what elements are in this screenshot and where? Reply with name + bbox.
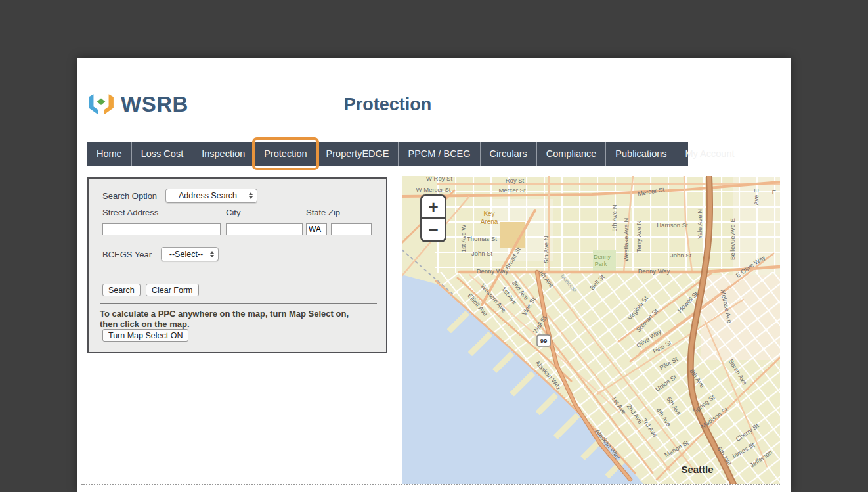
map-street-label: John St [471, 250, 493, 257]
nav-item-loss-cost[interactable]: Loss Cost [132, 142, 192, 166]
page-card: WSRB Protection HomeLoss CostInspectionP… [77, 58, 791, 492]
nav-item-label: Compliance [546, 148, 597, 159]
search-option-select[interactable]: Address Search [165, 189, 257, 203]
map-canvas: 99 W Roy StRoy StW Mercer StMercer StMer… [402, 176, 780, 484]
zoom-in-button[interactable]: + [422, 196, 445, 219]
street-address-label: Street Address [102, 208, 158, 217]
page-bottom-dotted-divider [81, 484, 780, 485]
map-street-label: W Roy St [426, 176, 452, 182]
map-street-label: John St [670, 252, 692, 259]
nav-item-inspection[interactable]: Inspection [192, 142, 255, 166]
nav-item-propertyedge[interactable]: PropertyEDGE [317, 142, 399, 166]
nav-item-ppcm-bceg[interactable]: PPCM / BCEG [399, 142, 480, 166]
nav-item-label: Loss Cost [141, 148, 183, 159]
nav-item-home[interactable]: Home [87, 142, 132, 166]
clear-form-button[interactable]: Clear Form [146, 284, 199, 296]
nav-item-label: Publications [615, 148, 666, 159]
bcegs-year-label: BCEGS Year [102, 250, 152, 259]
map-street-label: 1st Ave W [460, 225, 467, 253]
nav-item-publications[interactable]: Publications [606, 142, 676, 166]
nav-item-label: My Account [685, 148, 735, 159]
map-street-label: Ave E [752, 189, 760, 205]
zoom-out-button[interactable]: − [422, 219, 445, 240]
nav-item-label: PPCM / BCEG [408, 148, 470, 159]
nav-item-my-account[interactable]: My Account [676, 142, 744, 166]
map-street-label: Westlake Ave N [622, 218, 630, 262]
svg-text:99: 99 [540, 337, 548, 344]
highway-99-shield: 99 [537, 335, 550, 346]
nav-item-protection[interactable]: Protection [255, 142, 316, 166]
map-street-label: Denny [594, 254, 611, 260]
turn-map-select-on-button[interactable]: Turn Map Select ON [102, 329, 188, 342]
city-input[interactable] [226, 223, 303, 235]
street-address-input[interactable] [102, 223, 221, 235]
map-select-help-text: To calculate a PPC anywhere on the map, … [100, 309, 366, 330]
map-street-label: Roy St [506, 177, 525, 184]
map-street-label: Yale Ave N [696, 209, 703, 239]
nav-item-compliance[interactable]: Compliance [537, 142, 607, 166]
map-street-label: Bellevue Ave E [729, 218, 736, 260]
map-street-label: 5th Ave N [542, 236, 550, 263]
state-input[interactable] [306, 223, 327, 235]
select-arrows-icon [249, 192, 253, 199]
map-city-label: Seattle [681, 464, 713, 475]
map-street-label: W Mercer St [416, 186, 451, 193]
map-street-label: 9th Ave N [611, 204, 618, 231]
map-street-label: Denny Way [477, 267, 509, 275]
bcegs-year-value: --Select-- [165, 250, 207, 259]
select-arrows-icon [210, 251, 214, 257]
form-divider [100, 303, 377, 304]
page-title: Protection [87, 95, 688, 115]
nav-item-label: PropertyEDGE [326, 148, 389, 159]
map-street-label: Terry Ave N [635, 220, 642, 252]
desktop-background: { "colors": { "accent": "#e8943c", "nav"… [0, 0, 868, 492]
nav-item-circulars[interactable]: Circulars [481, 142, 537, 166]
map-zoom-control: + − [420, 194, 446, 242]
map-street-label: Denny Way [638, 267, 670, 275]
map-street-label: Mercer St [498, 187, 526, 194]
city-label: City [226, 208, 240, 217]
search-form-panel: Search Option Address Search Street Addr… [87, 177, 387, 353]
map-street-label: Thomas St [467, 235, 497, 242]
nav-item-label: Inspection [202, 148, 245, 159]
search-option-label: Search Option [102, 191, 157, 201]
map-street-label: Park [595, 261, 607, 267]
map-street-label: Harrison St [657, 221, 688, 229]
search-button[interactable]: Search [102, 284, 141, 296]
map-street-label: Key [483, 210, 494, 217]
main-nav: HomeLoss CostInspectionProtectionPropert… [87, 142, 688, 166]
map-viewport[interactable]: 99 W Roy StRoy StW Mercer StMercer StMer… [402, 176, 780, 484]
nav-item-label: Protection [264, 148, 307, 159]
state-zip-label: State Zip [306, 208, 340, 217]
nav-item-label: Circulars [490, 148, 527, 159]
map-street-label: E [772, 189, 776, 196]
map-street-label: Arena [481, 218, 498, 225]
zip-input[interactable] [331, 223, 372, 235]
search-option-value: Address Search [170, 191, 246, 200]
bcegs-year-select[interactable]: --Select-- [161, 247, 219, 261]
nav-item-label: Home [97, 148, 122, 159]
